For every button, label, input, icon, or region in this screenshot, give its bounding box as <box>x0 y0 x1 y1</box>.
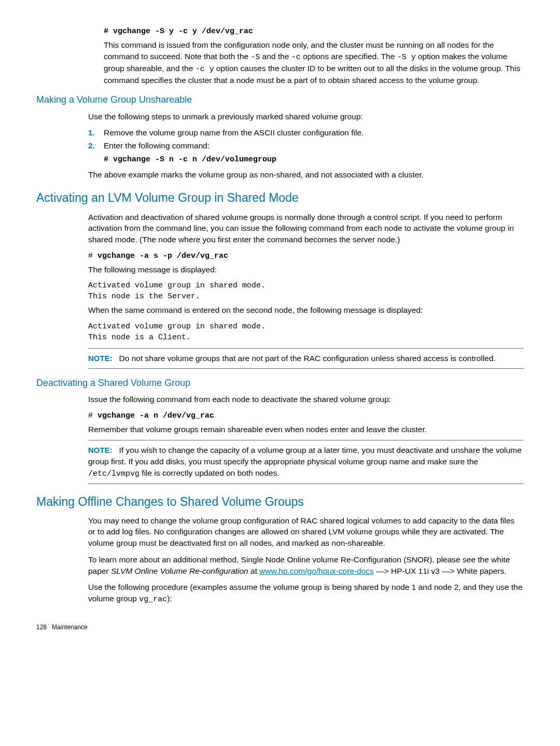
activating-p2: The following message is displayed: <box>88 264 524 275</box>
cmd-text: vgchange -a n /dev/vg_rac <box>97 411 214 420</box>
out-line: Activated volume group in shared mode. <box>88 280 524 291</box>
code-lvmpvg: /etc/lvmpvg <box>88 469 139 478</box>
list-number: 2. <box>88 140 104 151</box>
note-box: NOTE: Do not share volume groups that ar… <box>88 348 524 369</box>
cmd-vgchange-a-n: # vgchange -a n /dev/vg_rac <box>88 410 524 421</box>
code-opt-s: -S <box>250 53 260 62</box>
offline-p1: You may need to change the volume group … <box>88 515 524 549</box>
code-opt-c: -c <box>291 53 301 62</box>
list-item: 1. Remove the volume group name from the… <box>88 127 524 139</box>
note-box: NOTE: If you wish to change the capacity… <box>88 440 524 483</box>
unshare-outro: The above example marks the volume group… <box>88 169 524 181</box>
note-label: NOTE: <box>88 446 113 454</box>
page-number: 128 <box>36 624 47 631</box>
note-text-b: file is correctly updated on both nodes. <box>139 468 279 477</box>
prompt: # <box>88 252 97 260</box>
note-text: Do not share volume groups that are not … <box>119 354 496 363</box>
section-name: Maintenance <box>52 624 88 631</box>
out-line: Activated volume group in shared mode. <box>88 321 524 332</box>
whitepaper-title: SLVM Online Volume Re-configuration <box>111 567 248 575</box>
page-footer: 128 Maintenance <box>36 623 524 632</box>
cmd-vgchange-s-n: # vgchange -S n -c n /dev/volumegroup <box>104 154 524 165</box>
t: ): <box>167 594 172 603</box>
li-text: Enter the following command: <box>104 140 209 151</box>
output-client: Activated volume group in shared mode. T… <box>88 321 524 343</box>
activating-p3: When the same command is entered on the … <box>88 305 524 316</box>
cmd-text: vgchange -a s -p /dev/vg_rac <box>97 252 228 260</box>
heading-offline-changes: Making Offline Changes to Shared Volume … <box>36 493 524 510</box>
deact-p1: Issue the following command from each no… <box>88 394 524 405</box>
code-opt-s-y: -S y <box>397 53 416 62</box>
heading-activating: Activating an LVM Volume Group in Shared… <box>36 189 524 206</box>
t: —> HP-UX 11i v3 —> White papers. <box>374 567 507 575</box>
t: options are specified. The <box>301 52 397 61</box>
t: and the <box>260 52 291 61</box>
unshare-intro: Use the following steps to unmark a prev… <box>88 111 524 122</box>
t: at <box>248 567 260 575</box>
note-text-a: If you wish to change the capacity of a … <box>88 446 522 466</box>
output-server: Activated volume group in shared mode. T… <box>88 280 524 302</box>
li-text: Remove the volume group name from the AS… <box>104 127 363 139</box>
prompt: # <box>88 411 97 420</box>
cmd-vgchange-s-y: # vgchange -S y -c y /dev/vg_rac <box>104 26 524 37</box>
list-number: 1. <box>88 127 104 139</box>
offline-p2: To learn more about an additional method… <box>88 554 524 576</box>
link-hpux-docs[interactable]: www.hp.com/go/hpux-core-docs <box>259 567 374 575</box>
cmd-vgchange-a-s: # vgchange -a s -p /dev/vg_rac <box>88 251 524 261</box>
intro-paragraph: This command is issued from the configur… <box>104 39 524 86</box>
out-line: This node is a Client. <box>88 332 524 343</box>
heading-unshareable: Making a Volume Group Unshareable <box>36 93 524 106</box>
out-line: This node is the Server. <box>88 291 524 302</box>
activating-p1: Activation and deactivation of shared vo… <box>88 212 524 245</box>
deact-p2: Remember that volume groups remain share… <box>88 424 524 435</box>
offline-p3: Use the following procedure (examples as… <box>88 582 524 605</box>
code-opt-c-y: -c y <box>195 65 214 74</box>
list-item: 2. Enter the following command: <box>88 140 524 151</box>
heading-deactivating: Deactivating a Shared Volume Group <box>36 377 524 390</box>
note-label: NOTE: <box>88 354 113 363</box>
code-vg-rac: vg_rac <box>139 595 167 604</box>
